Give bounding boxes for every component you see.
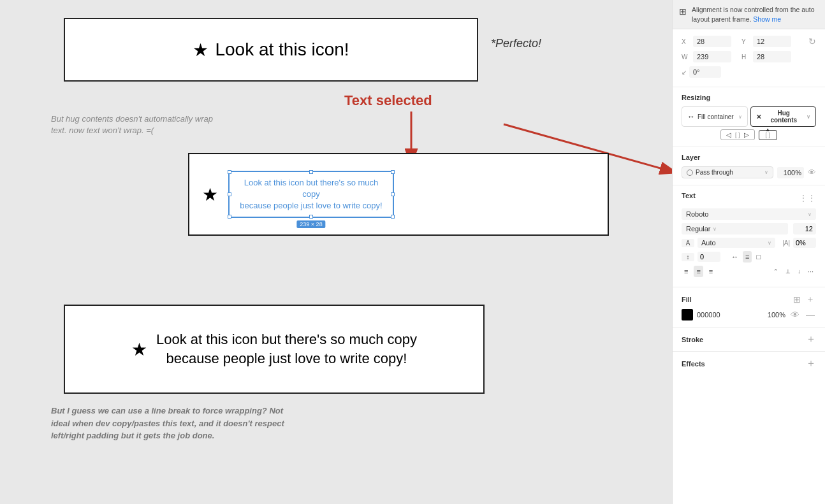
font-family-chevron: ∨ <box>808 212 812 217</box>
blend-mode-dropdown[interactable]: Pass through ∨ <box>682 166 773 178</box>
handle-ml[interactable] <box>228 192 231 196</box>
hug-contents-label: Hug contents <box>764 110 805 124</box>
box2-text: Look at this icon but there's so much co… <box>237 177 385 212</box>
auto-height-chevron: ∨ <box>768 240 771 246</box>
valign-mid-btn[interactable]: ⊥ <box>783 266 793 277</box>
box1-frame[interactable]: ★ Look at this icon! <box>64 18 478 82</box>
w-label: W <box>682 54 689 61</box>
line-height-row: ↕ ↔ ≡ □ <box>682 251 816 263</box>
effects-add-btn[interactable]: ＋ <box>806 357 816 370</box>
text-more-options-btn[interactable]: ··· <box>805 266 816 277</box>
text-auto-row: A Auto ∨ |A| <box>682 238 816 248</box>
font-style-dropdown[interactable]: Regular ∨ <box>682 223 788 234</box>
font-style-chevron: ∨ <box>713 226 717 232</box>
align-center-btn[interactable]: ≡ <box>694 266 703 277</box>
angle-input[interactable] <box>689 66 721 78</box>
resize-caret: ▲ <box>765 127 770 133</box>
fill-header: Fill ⊞ ＋ <box>682 294 816 305</box>
handle-tr[interactable] <box>391 170 395 174</box>
handle-br[interactable] <box>391 215 395 219</box>
letter-spacing-input[interactable] <box>793 238 816 248</box>
resize-visual-box[interactable]: ◁ [ ] ▷ <box>720 129 755 140</box>
fill-visibility-btn[interactable]: 👁 <box>789 310 801 320</box>
stroke-header: Stroke ＋ <box>673 328 825 349</box>
valign-top-btn[interactable]: ⌃ <box>771 266 781 277</box>
box3-frame[interactable]: ★ Look at this icon but there's so much … <box>64 305 485 394</box>
box3-text: Look at this icon but there's so much co… <box>156 330 417 368</box>
text-selected-annotation: Text selected <box>344 92 432 109</box>
layer-section: Layer Pass through ∨ 👁 <box>673 147 825 185</box>
vertical-align-row: ⌃ ⊥ ↓ ··· <box>771 266 816 277</box>
stroke-add-btn[interactable]: ＋ <box>806 333 816 346</box>
y-input[interactable] <box>753 36 791 47</box>
handle-tl[interactable] <box>228 170 231 174</box>
hug-contents-chevron: ∨ <box>807 114 810 120</box>
text-section: Text ⋮⋮ Roboto ∨ Regular ∨ A Auto ∨ |A| <box>673 185 825 287</box>
auto-height-icon: A <box>682 239 694 247</box>
resizing-title: Resizing <box>682 94 816 101</box>
box2-frame[interactable]: ★ Look at this icon but there's so much … <box>188 153 609 236</box>
fill-grid-icon[interactable]: ⊞ <box>792 294 802 305</box>
blend-mode-icon <box>687 169 693 176</box>
h-label: H <box>741 54 749 61</box>
opacity-input[interactable] <box>777 167 804 178</box>
layer-title: Layer <box>682 154 816 161</box>
resize-visual-box2[interactable]: ▲ [ ] <box>759 130 778 140</box>
font-name-label: Roboto <box>686 210 708 218</box>
font-size-input[interactable] <box>793 223 816 234</box>
handle-mr[interactable] <box>391 192 395 196</box>
hug-contents-btn[interactable]: ✕ Hug contents ∨ <box>750 106 817 127</box>
show-me-link[interactable]: Show me <box>753 15 781 23</box>
align-left-btn[interactable]: ≡ <box>682 266 690 277</box>
auto-height-dropdown[interactable]: Auto ∨ <box>697 238 775 248</box>
resizing-section: Resizing ↔ Fill container ∨ ✕ Hug conten… <box>673 87 825 147</box>
handle-mt[interactable] <box>309 170 313 174</box>
angle-icon: ↙ <box>682 69 687 76</box>
resize-visual: ◁ [ ] ▷ ▲ [ ] <box>682 129 816 140</box>
visibility-toggle-icon[interactable]: 👁 <box>808 168 816 177</box>
xy-row: X Y ↻ <box>682 36 816 47</box>
x-input[interactable] <box>693 36 731 47</box>
text-box-btn[interactable]: □ <box>754 251 763 263</box>
line-height-input[interactable] <box>697 252 720 262</box>
handle-bl[interactable] <box>228 215 231 219</box>
letter-spacing-icon: |A| <box>782 240 790 247</box>
box2-inner-selection[interactable]: Look at this icon but there's so much co… <box>228 171 394 219</box>
coords-section: X Y ↻ W H ↙ <box>673 29 825 87</box>
effects-section: Effects ＋ <box>673 352 825 375</box>
canvas-content: ★ Look at this icon! *Perfecto! But hug … <box>0 0 672 504</box>
x-label: X <box>682 38 689 45</box>
font-name-row: Roboto ∨ <box>682 208 816 220</box>
h-input[interactable] <box>753 51 791 62</box>
fill-remove-btn[interactable]: — <box>805 310 816 320</box>
text-align-center-btn[interactable]: ≡ <box>743 251 752 263</box>
w-input[interactable] <box>693 51 731 62</box>
font-family-dropdown[interactable]: Roboto ∨ <box>682 208 816 220</box>
fill-container-icon: ↔ <box>687 112 695 121</box>
fill-row: 000000 100% 👁 — <box>682 309 816 320</box>
box1-text: Look at this icon! <box>215 40 349 60</box>
fill-color-swatch[interactable] <box>682 309 693 320</box>
text-decoration-none[interactable]: ↔ <box>729 251 741 263</box>
fill-hex-value: 000000 <box>697 311 759 319</box>
valign-bot-btn[interactable]: ↓ <box>795 266 803 277</box>
blend-mode-chevron: ∨ <box>764 169 768 175</box>
resizing-grid: ↔ Fill container ∨ ✕ Hug contents ∨ <box>682 106 816 127</box>
font-style-row: Regular ∨ <box>682 223 816 234</box>
align-icon: ⊞ <box>679 6 687 18</box>
size-badge: 239 × 28 <box>296 220 325 228</box>
text-align-row: ≡ ≡ ≡ ⌃ ⊥ ↓ ··· <box>682 266 816 277</box>
layer-row: Pass through ∨ 👁 <box>682 166 816 178</box>
handle-mb[interactable] <box>309 215 313 219</box>
effects-title: Effects <box>682 360 705 368</box>
align-right-btn[interactable]: ≡ <box>706 266 715 277</box>
fill-title: Fill <box>682 296 692 303</box>
resize-arrow-right: ▷ <box>744 131 749 138</box>
note1-text: But hug contents doesn't automatically w… <box>51 113 223 136</box>
box1-star-icon: ★ <box>193 40 208 61</box>
hug-contents-icon: ✕ <box>756 113 761 120</box>
angle-row: ↙ <box>682 66 816 78</box>
fill-container-btn[interactable]: ↔ Fill container ∨ <box>682 106 748 127</box>
fill-add-btn[interactable]: ＋ <box>805 294 816 305</box>
text-more-icon[interactable]: ⋮⋮ <box>799 194 816 203</box>
